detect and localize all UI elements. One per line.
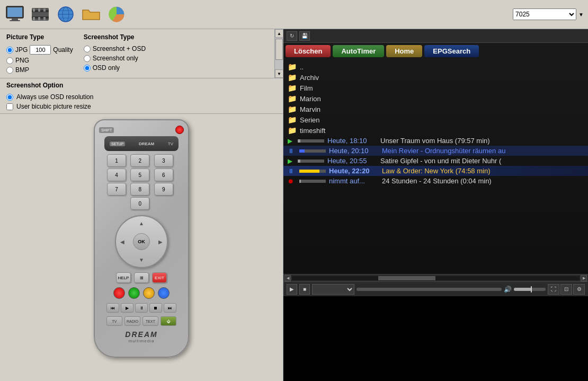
list-item-rec3[interactable]: ▶ Heute, 20:55 Satire Gipfel - von und m… <box>283 156 588 166</box>
nav-down-icon[interactable]: ▼ <box>139 257 144 263</box>
vc-seek-bar[interactable] <box>357 288 502 291</box>
list-item-rec4[interactable]: ⏸ Heute, 22:20 Law & Order: New York (74… <box>283 166 588 176</box>
png-option[interactable]: PNG <box>6 57 73 64</box>
green-button[interactable] <box>128 287 140 299</box>
play-button[interactable]: ▶ <box>121 303 133 313</box>
osd-only-option[interactable]: OSD only <box>84 64 146 72</box>
list-item-serien[interactable]: 📁 Serien <box>283 114 588 125</box>
vc-play-btn[interactable]: ▶ <box>287 284 297 295</box>
text-bottom-button[interactable]: TEXT <box>142 316 158 326</box>
pause-button[interactable]: ⏸ <box>135 303 148 313</box>
btn-0[interactable]: 0 <box>130 197 149 210</box>
jpg-option[interactable]: JPG Quality <box>6 45 73 55</box>
list-item-marvin[interactable]: 📁 Marvin <box>283 104 588 114</box>
db-menu-loschen[interactable]: Löschen <box>286 45 331 57</box>
globe-icon[interactable] <box>55 4 76 25</box>
btn-9[interactable]: 9 <box>154 183 173 196</box>
btn-5[interactable]: 5 <box>130 169 149 181</box>
list-item-rec5[interactable]: ⏺ nimmt auf... 24 Stunden - 24 Stunden (… <box>283 176 588 186</box>
list-item-timeshift[interactable]: 📁 timeshift <box>283 125 588 136</box>
folder-dotdot-name: .. <box>300 63 304 71</box>
h-scrollbar[interactable]: ◀ ▶ <box>283 274 588 281</box>
btn-7[interactable]: 7 <box>107 183 126 196</box>
yellow-button[interactable] <box>143 287 155 299</box>
list-item-archiv[interactable]: 📁 Archiv <box>283 72 588 83</box>
extra-bottom-button[interactable]: ⏻ <box>161 316 176 326</box>
settings-scrollbar[interactable]: ▲ ▼ <box>274 29 283 78</box>
svg-rect-9 <box>43 8 46 12</box>
bicubic-checkbox[interactable] <box>6 103 13 110</box>
film-icon[interactable] <box>30 4 51 25</box>
toolbar-dropdown[interactable]: 7025 ▼ <box>513 8 584 20</box>
nav-left-icon[interactable]: ◀ <box>120 239 124 245</box>
folder-icon[interactable] <box>81 4 102 25</box>
screenshot-only-radio[interactable] <box>84 55 91 62</box>
screenshot-osd-option[interactable]: Screenshot + OSD <box>84 45 146 52</box>
db-refresh-btn[interactable]: ↻ <box>287 31 297 41</box>
scroll-down-arrow[interactable]: ▼ <box>275 69 283 78</box>
db-menu-epgsearch[interactable]: EPGSearch <box>424 45 479 57</box>
h-scroll-track[interactable] <box>292 276 580 280</box>
transport-buttons: ⏮ ▶ ⏸ ⏹ ⏭ <box>106 303 176 313</box>
btn-8[interactable]: 8 <box>130 183 149 196</box>
vc-fullscreen-btn[interactable]: ⛶ <box>548 284 559 295</box>
ok-button[interactable]: OK <box>133 233 150 250</box>
vc-volume-fill <box>514 288 531 291</box>
vc-speed-select[interactable] <box>312 284 354 295</box>
connection-select[interactable]: 7025 <box>513 8 576 20</box>
setup-button[interactable]: SETUP <box>110 141 125 146</box>
h-scroll-left-arrow[interactable]: ◀ <box>284 275 291 281</box>
db-save-btn[interactable]: 💾 <box>299 31 310 41</box>
scroll-thumb[interactable] <box>275 39 283 60</box>
db-toolbar: ↻ 💾 <box>283 29 588 43</box>
list-item-film[interactable]: 📁 Film <box>283 83 588 93</box>
vc-extra-btn[interactable]: ⚙ <box>573 284 585 295</box>
db-menu-home[interactable]: Home <box>386 45 422 57</box>
bmp-radio[interactable] <box>6 67 13 74</box>
jpg-radio[interactable] <box>6 47 13 54</box>
red-button[interactable] <box>113 287 125 299</box>
nav-up-icon[interactable]: ▲ <box>139 220 144 226</box>
help-button[interactable]: HELP <box>116 272 131 283</box>
monitor-icon[interactable] <box>4 4 25 25</box>
list-item-rec2[interactable]: ⏸ Heute, 20:10 Mein Revier - Ordnungshüt… <box>283 146 588 156</box>
menu-button[interactable]: ⊞ <box>134 272 149 283</box>
h-scroll-right-arrow[interactable]: ▶ <box>581 275 587 281</box>
list-item-marion[interactable]: 📁 Marion <box>283 93 588 104</box>
vc-volume-bar[interactable] <box>514 288 546 291</box>
list-item-rec1[interactable]: ▶ Heute, 18:10 Unser Traum vom Haus (79:… <box>283 136 588 146</box>
list-item-dotdot[interactable]: 📁 .. <box>283 61 588 72</box>
nav-right-icon[interactable]: ▶ <box>158 239 163 245</box>
btn-2[interactable]: 2 <box>130 154 149 167</box>
h-scroll-thumb[interactable] <box>378 276 436 280</box>
bmp-option[interactable]: BMP <box>6 66 73 74</box>
btn-3[interactable]: 3 <box>154 154 173 167</box>
stop-button[interactable]: ⏹ <box>149 303 162 313</box>
btn-4[interactable]: 4 <box>107 169 126 181</box>
osd-resolution-radio[interactable] <box>6 94 13 101</box>
png-radio[interactable] <box>6 57 13 64</box>
db-menu-autotimer[interactable]: AutoTimer <box>333 45 384 57</box>
btn-1[interactable]: 1 <box>107 154 126 167</box>
vc-icons: ⛶ ⊡ ⚙ <box>548 284 585 295</box>
shift-button[interactable]: SHIFT <box>99 127 114 133</box>
osd-resolution-option[interactable]: Always use OSD resolution <box>6 93 272 101</box>
vc-resize-btn[interactable]: ⊡ <box>560 284 572 295</box>
folder-marion-name: Marion <box>300 95 321 103</box>
bicubic-option[interactable]: User bicubic picture resize <box>6 103 272 110</box>
osd-only-radio[interactable] <box>84 65 91 72</box>
rewind-button[interactable]: ⏮ <box>106 303 119 313</box>
radio-bottom-button[interactable]: RADIO <box>124 316 140 326</box>
pie-icon[interactable] <box>106 4 127 25</box>
screenshot-osd-radio[interactable] <box>84 46 91 52</box>
scroll-up-arrow[interactable]: ▲ <box>275 29 283 38</box>
quality-input[interactable] <box>30 45 51 55</box>
blue-button[interactable] <box>158 287 170 299</box>
exit-button[interactable]: EXIT <box>152 272 167 283</box>
forward-button[interactable]: ⏭ <box>164 303 176 313</box>
screenshot-only-option[interactable]: Screenshot only <box>84 55 146 62</box>
vc-stop-btn[interactable]: ■ <box>299 284 310 295</box>
power-button[interactable] <box>175 126 184 134</box>
tv-bottom-button[interactable]: TV <box>106 316 122 326</box>
btn-6[interactable]: 6 <box>154 169 173 181</box>
